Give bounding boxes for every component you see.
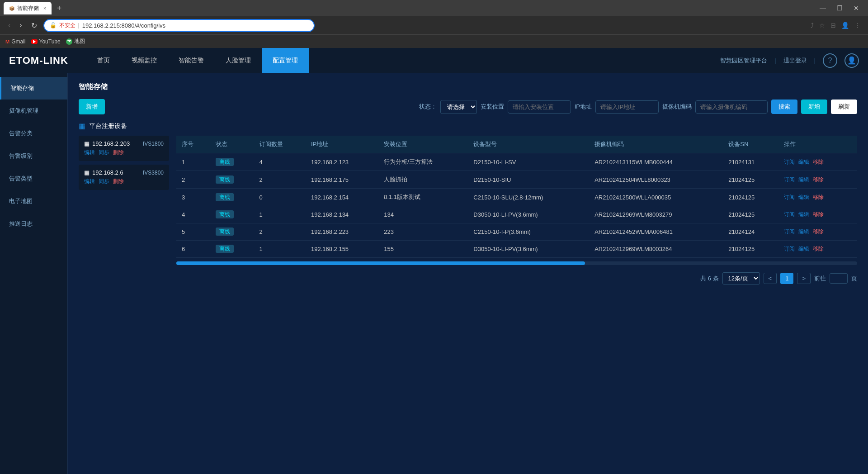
remove-btn-5[interactable]: 移除 — [813, 228, 824, 236]
subscribe-btn-5[interactable]: 订阅 — [784, 228, 795, 236]
new-tab-button[interactable]: + — [53, 4, 66, 13]
device-list: ▦ 192.168.2.203 IVS1800 编辑 同步 删除 — [79, 136, 169, 284]
cell-subs-1: 4 — [254, 153, 306, 171]
app-header: ETOM-LINK 首页 视频监控 智能告警 人脸管理 配置管理 智慧园区管理平… — [0, 48, 868, 73]
edit-btn-2[interactable]: 编辑 — [798, 176, 809, 184]
add-button[interactable]: 新增 — [801, 100, 827, 114]
remove-btn-4[interactable]: 移除 — [813, 211, 824, 218]
address-text[interactable]: 192.168.2.215:8080/#/config/ivs — [82, 22, 308, 29]
profile-button[interactable]: 👤 — [840, 21, 851, 30]
sidebar-item-map[interactable]: 电子地图 — [0, 190, 67, 213]
horizontal-scrollbar[interactable] — [176, 261, 857, 265]
edit-btn-1[interactable]: 编辑 — [798, 158, 809, 166]
sidebar: 智能存储 摄像机管理 告警分类 告警级别 告警类型 电子地图 推送日志 — [0, 73, 68, 474]
share-button[interactable]: ⤴ — [809, 21, 816, 30]
nav-home[interactable]: 首页 — [86, 48, 121, 73]
sidebar-item-alert-level[interactable]: 告警级别 — [0, 145, 67, 167]
page-1-button[interactable]: 1 — [780, 273, 793, 284]
bookmark-youtube[interactable]: YouTube — [31, 38, 61, 45]
sidebar-item-alert-category[interactable]: 告警分类 — [0, 122, 67, 145]
ip-input[interactable] — [595, 100, 659, 114]
sidebar-item-alert-type[interactable]: 告警类型 — [0, 167, 67, 190]
scrollbar-thumb[interactable] — [176, 261, 585, 265]
refresh-button[interactable]: 刷新 — [831, 100, 857, 114]
device-delete-1[interactable]: 删除 — [113, 149, 124, 156]
next-page-button[interactable]: > — [797, 273, 811, 284]
help-icon[interactable]: ? — [823, 53, 837, 68]
cell-model-2: D2150-10-SIU — [468, 171, 589, 189]
device-delete-2[interactable]: 删除 — [113, 178, 124, 185]
logout-button[interactable]: 退出登录 — [783, 57, 807, 65]
subscribe-btn-3[interactable]: 订阅 — [784, 194, 795, 201]
new-storage-button[interactable]: 新增 — [79, 99, 105, 114]
address-separator: | — [78, 22, 80, 28]
remove-btn-3[interactable]: 移除 — [813, 194, 824, 201]
remove-btn-2[interactable]: 移除 — [813, 176, 824, 184]
cell-actions-1: 订阅 编辑 移除 — [778, 153, 857, 171]
tab-bar: 📦 智能存储 × + — ❐ ✕ — [0, 0, 868, 16]
bookmark-button[interactable]: ☆ — [817, 21, 827, 30]
nav-config[interactable]: 配置管理 — [262, 48, 309, 73]
edit-btn-3[interactable]: 编辑 — [798, 194, 809, 201]
platform-link[interactable]: 智慧园区管理平台 — [720, 57, 767, 65]
user-icon[interactable]: 👤 — [844, 53, 859, 68]
device-edit-2[interactable]: 编辑 — [84, 178, 95, 185]
subscribe-btn-1[interactable]: 订阅 — [784, 158, 795, 166]
forward-button[interactable]: › — [17, 20, 24, 30]
prev-page-button[interactable]: < — [764, 273, 777, 284]
restore-button[interactable]: ❐ — [831, 0, 848, 16]
cell-status-6: 离线 — [210, 241, 254, 258]
close-button[interactable]: ✕ — [848, 0, 864, 16]
search-button[interactable]: 搜索 — [771, 100, 797, 114]
cell-location-2: 人脸抓拍 — [378, 171, 468, 189]
main-content: 智能存储 新增 状态： 请选择 在线 离线 安装位置 IP地址 摄像机编码 — [68, 73, 868, 474]
subscribe-btn-4[interactable]: 订阅 — [784, 211, 795, 218]
subscribe-btn-2[interactable]: 订阅 — [784, 176, 795, 184]
table-row-5: 5 离线 2 192.168.2.223 223 C2150-10-I-P(3.… — [176, 223, 857, 241]
cell-location-1: 行为分析/三方算法 — [378, 153, 468, 171]
status-filter[interactable]: 请选择 在线 离线 — [440, 100, 477, 114]
minimize-button[interactable]: — — [814, 0, 831, 16]
edit-btn-4[interactable]: 编辑 — [798, 211, 809, 218]
goto-page-input[interactable]: 1 — [830, 273, 848, 284]
gmail-label: Gmail — [11, 38, 25, 45]
bookmark-map[interactable]: 🗺 地图 — [66, 38, 85, 45]
address-box[interactable]: 🔓 不安全 | 192.168.2.215:8080/#/config/ivs — [43, 19, 315, 32]
device-sync-1[interactable]: 同步 — [99, 149, 109, 156]
camera-code-input[interactable] — [695, 100, 768, 114]
sidebar-item-storage[interactable]: 智能存储 — [0, 77, 67, 100]
subscribe-btn-6[interactable]: 订阅 — [784, 245, 795, 253]
remove-btn-6[interactable]: 移除 — [813, 245, 824, 253]
per-page-select[interactable]: 12条/页 20条/页 50条/页 — [722, 272, 760, 284]
device-sync-2[interactable]: 同步 — [99, 178, 109, 185]
cell-model-1: D2150-10-LI-SV — [468, 153, 589, 171]
sidebar-item-push-log[interactable]: 推送日志 — [0, 213, 67, 235]
reload-button[interactable]: ↻ — [28, 20, 40, 31]
bookmarks-bar: M Gmail YouTube 🗺 地图 — [0, 34, 868, 48]
pagination: 共 6 条 12条/页 20条/页 50条/页 < 1 > 前往 1 页 — [176, 272, 857, 284]
cell-subs-2: 2 — [254, 171, 306, 189]
cell-ip-2: 192.168.2.175 — [306, 171, 378, 189]
col-camera-code: 摄像机编码 — [589, 136, 723, 153]
nav-face[interactable]: 人脸管理 — [215, 48, 262, 73]
cell-status-5: 离线 — [210, 223, 254, 241]
main-nav: 首页 视频监控 智能告警 人脸管理 配置管理 — [86, 48, 309, 73]
nav-video[interactable]: 视频监控 — [121, 48, 168, 73]
nav-alert[interactable]: 智能告警 — [168, 48, 215, 73]
menu-button[interactable]: ⋮ — [853, 21, 863, 30]
cell-sn-1: 21024131 — [723, 153, 778, 171]
edit-btn-6[interactable]: 编辑 — [798, 245, 809, 253]
device-edit-1[interactable]: 编辑 — [84, 149, 95, 156]
edit-btn-5[interactable]: 编辑 — [798, 228, 809, 236]
data-table: 序号 状态 订阅数量 IP地址 安装位置 设备型号 摄像机编码 设备SN 操作 — [176, 136, 857, 258]
sidebar-toggle-button[interactable]: ⊟ — [829, 21, 838, 30]
back-button[interactable]: ‹ — [5, 20, 13, 30]
sidebar-item-camera[interactable]: 摄像机管理 — [0, 100, 67, 122]
tab-close-button[interactable]: × — [43, 6, 46, 11]
bookmark-gmail[interactable]: M Gmail — [5, 38, 26, 45]
filter-bar: 状态： 请选择 在线 离线 安装位置 IP地址 摄像机编码 搜索 新增 刷新 — [419, 100, 857, 114]
remove-btn-1[interactable]: 移除 — [813, 158, 824, 166]
cell-model-4: D3050-10-LI-PV(3.6mm) — [468, 206, 589, 223]
active-tab[interactable]: 📦 智能存储 × — [4, 2, 52, 14]
install-input[interactable] — [508, 100, 571, 114]
